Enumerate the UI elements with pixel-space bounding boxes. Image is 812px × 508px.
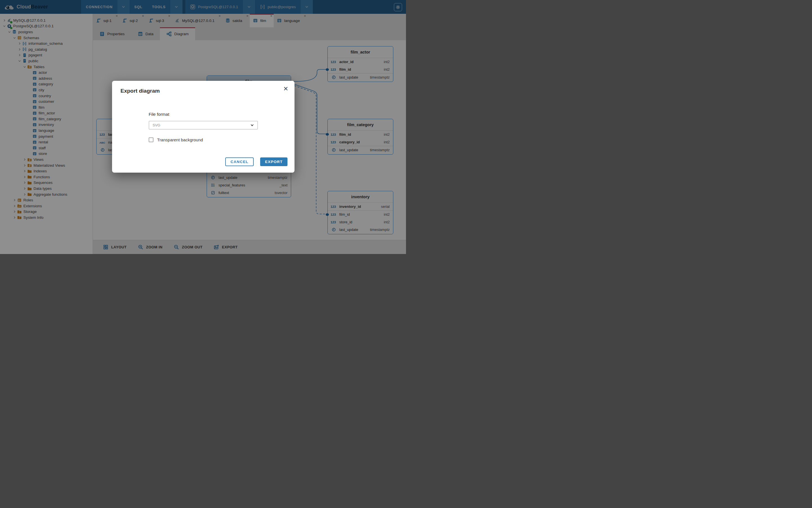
export-diagram-dialog: Export diagram × File format SVG Transpa… [112, 81, 295, 173]
cancel-button[interactable]: CANCEL [225, 158, 254, 166]
cloudbeaver-app: CloudBeaver CONNECTION SQL TOOLS Postgre… [0, 0, 406, 254]
export-button[interactable]: EXPORT [260, 158, 288, 166]
transparent-background-label: Transparent background [157, 137, 203, 142]
close-icon[interactable]: × [284, 85, 288, 93]
dialog-actions: CANCEL EXPORT [225, 158, 288, 166]
dialog-title: Export diagram [121, 88, 160, 94]
file-format-label: File format [149, 112, 169, 117]
chevron-down-icon [250, 123, 254, 127]
file-format-value: SVG [153, 123, 160, 127]
transparent-background-checkbox[interactable] [149, 137, 154, 142]
file-format-select[interactable]: SVG [149, 121, 258, 130]
